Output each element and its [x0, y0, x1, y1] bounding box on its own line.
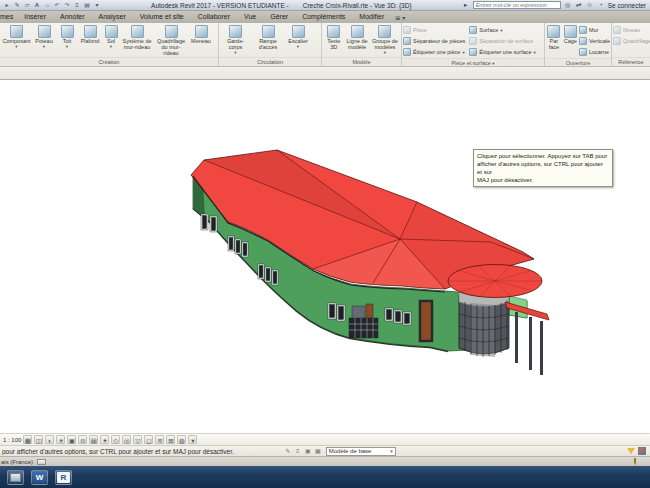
- photo-viewer-icon: [10, 473, 21, 482]
- redo-icon[interactable]: [63, 1, 71, 9]
- design-option-select[interactable]: Modèle de base▾: [326, 447, 396, 456]
- verticale-button[interactable]: Verticale: [579, 36, 610, 46]
- panel-label-circulation: Circulation: [219, 57, 321, 66]
- etiqueter-surface-button[interactable]: Étiqueter une surface▾: [469, 47, 536, 57]
- toit-button[interactable]: Toit▾: [56, 24, 78, 50]
- ribbon-display-icon[interactable]: ⊞: [395, 14, 400, 21]
- constraints-icon[interactable]: [144, 435, 153, 444]
- language-label[interactable]: ais (France): [0, 459, 33, 465]
- taskbar-photo-viewer-button[interactable]: [7, 470, 24, 485]
- separateur-pieces-button[interactable]: Séparateur de pièces: [403, 36, 465, 46]
- editable-only-icon[interactable]: [284, 447, 292, 455]
- tab-annoter[interactable]: Annoter: [53, 11, 92, 23]
- favorites-icon[interactable]: [586, 1, 594, 9]
- tab-modifier[interactable]: Modifier: [352, 11, 391, 23]
- detail-level-icon[interactable]: [23, 435, 32, 444]
- garde-corps-button[interactable]: Garde-corps▾: [220, 24, 251, 56]
- composant-button[interactable]: Composant▾: [1, 24, 32, 50]
- tab-gerer[interactable]: Gérer: [263, 11, 295, 23]
- text-icon[interactable]: [33, 1, 41, 9]
- mur-button[interactable]: Mur: [579, 25, 610, 35]
- keyboard-icon[interactable]: [37, 459, 46, 465]
- title-bar: Autodesk Revit 2017 - VERSION ETUDIANTE …: [0, 0, 650, 11]
- user-icon[interactable]: [597, 1, 605, 9]
- select-toggle-icon[interactable]: [638, 447, 646, 455]
- search-expand-icon[interactable]: ▸: [462, 1, 470, 9]
- tab-volume-et-site[interactable]: Volume et site: [133, 11, 191, 23]
- scale-button[interactable]: 1 : 100: [3, 437, 21, 443]
- lock-view-icon[interactable]: [100, 435, 109, 444]
- displacement-icon[interactable]: [155, 435, 164, 444]
- systeme-mur-rideau-button[interactable]: Système de mur-rideau: [120, 24, 154, 52]
- sheet-icon[interactable]: [83, 1, 91, 9]
- taskbar-revit-button[interactable]: R: [55, 470, 72, 485]
- active-option-icon[interactable]: [314, 447, 322, 455]
- undo-icon[interactable]: [53, 1, 61, 9]
- glass-tower[interactable]: [459, 292, 509, 357]
- sol-icon: [105, 25, 118, 38]
- tab-collaborer[interactable]: Collaborer: [191, 11, 237, 23]
- worksets-icon[interactable]: [294, 447, 302, 455]
- lucarne-button[interactable]: Lucarne: [579, 47, 610, 57]
- meneau-button[interactable]: Meneau: [188, 24, 214, 46]
- tab-complements[interactable]: Compléments: [295, 11, 352, 23]
- notification-shield-icon[interactable]: [634, 458, 636, 466]
- ribbon-collapse-icon[interactable]: ▾: [402, 14, 405, 21]
- ribbon: Composant▾ Poteau▾ Toit▾ Plafond Sol▾ Sy…: [0, 23, 650, 67]
- status-message: pour afficher d'autres options, sur CTRL…: [0, 448, 234, 455]
- exchange-apps-icon[interactable]: [575, 1, 583, 9]
- taskbar-word-button[interactable]: W: [31, 470, 48, 485]
- shadows-icon[interactable]: [56, 435, 65, 444]
- plafond-button[interactable]: Plafond: [78, 24, 102, 46]
- properties-toggle-icon[interactable]: [166, 435, 175, 444]
- tab-systemes-partial[interactable]: mes: [0, 11, 17, 23]
- home-icon[interactable]: [43, 1, 51, 9]
- menu-down-icon[interactable]: [93, 1, 101, 9]
- analysis-display-icon[interactable]: [177, 435, 186, 444]
- crop-view-icon[interactable]: [78, 435, 87, 444]
- sol-button[interactable]: Sol▾: [102, 24, 120, 50]
- search-binoculars-icon[interactable]: [564, 1, 572, 9]
- escalier-button[interactable]: Escalier▾: [285, 24, 311, 50]
- sun-path-icon[interactable]: [45, 435, 54, 444]
- filter-icon[interactable]: [627, 448, 635, 454]
- quadrillage-mur-rideau-button[interactable]: Quadrillage du mur-rideau: [154, 24, 188, 57]
- drawing-viewport[interactable]: Cliquez pour sélectionner. Appuyez sur T…: [0, 80, 650, 433]
- visual-style-icon[interactable]: [34, 435, 43, 444]
- ligne-modele-button[interactable]: Ligne de modèle: [344, 24, 369, 52]
- tab-analyser[interactable]: Analyser: [92, 11, 133, 23]
- modify-icon[interactable]: [3, 1, 11, 9]
- panel-label-piece-et-surface[interactable]: Pièce et surface ▾: [402, 58, 544, 66]
- quadrillage-button: Quadrillage: [613, 36, 650, 46]
- tower-round-roof[interactable]: [448, 265, 542, 298]
- rampe-acces-button[interactable]: Rampe d'accès: [251, 24, 285, 52]
- eraser-icon[interactable]: [23, 1, 31, 9]
- par-face-button[interactable]: Par face: [546, 24, 562, 52]
- tab-inserer[interactable]: Insérer: [17, 11, 53, 23]
- isolate-icon[interactable]: [111, 435, 120, 444]
- worksharing-display-icon[interactable]: [133, 435, 142, 444]
- garde-corps-icon: [229, 25, 242, 38]
- poteau-button[interactable]: Poteau▾: [32, 24, 56, 50]
- measure-icon[interactable]: [73, 1, 81, 9]
- infocenter: ▸ Se connecter: [462, 1, 650, 9]
- panel-piece-et-surface: Pièce Séparateur de pièces Étiqueter une…: [402, 23, 545, 66]
- texte-3d-button[interactable]: Texte 3D: [323, 24, 344, 52]
- rendering-icon[interactable]: [67, 435, 76, 444]
- tab-vue[interactable]: Vue: [237, 11, 263, 23]
- piece-icon: [403, 26, 411, 34]
- pencil-icon[interactable]: [13, 1, 21, 9]
- design-options-icon[interactable]: [304, 447, 312, 455]
- cage-button[interactable]: Cage: [563, 24, 578, 46]
- texte-3d-icon: [327, 25, 340, 38]
- surface-button[interactable]: Surface▾: [469, 25, 536, 35]
- search-input[interactable]: [473, 1, 561, 9]
- groupe-modeles-button[interactable]: Groupe de modèles▾: [370, 24, 400, 56]
- etiqueter-piece-button[interactable]: Étiqueter une pièce▾: [403, 47, 465, 57]
- building-3d-model[interactable]: [0, 80, 650, 433]
- reveal-hidden-icon[interactable]: [122, 435, 131, 444]
- sign-in-link[interactable]: Se connecter: [608, 2, 646, 9]
- crop-region-icon[interactable]: [89, 435, 98, 444]
- surface-icon: [469, 26, 477, 34]
- more-options-icon[interactable]: [188, 435, 197, 444]
